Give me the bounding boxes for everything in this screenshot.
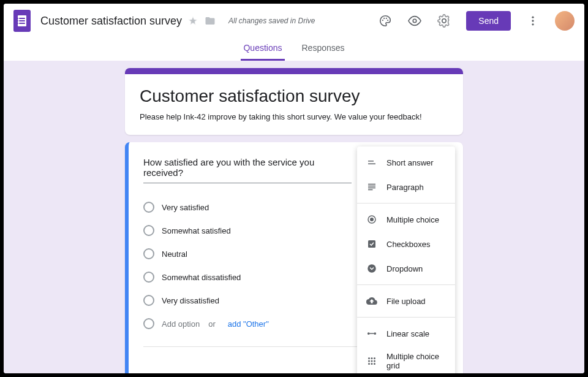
menu-item-mc-grid[interactable]: Multiple choice grid <box>357 346 455 373</box>
option-label[interactable]: Neutral <box>162 249 187 259</box>
svg-point-3 <box>387 20 388 21</box>
add-option-label[interactable]: Add option <box>162 319 200 329</box>
svg-point-11 <box>368 264 376 273</box>
file-upload-icon <box>366 295 378 307</box>
svg-point-7 <box>532 23 533 25</box>
menu-label: Checkboxes <box>386 240 431 249</box>
svg-point-15 <box>371 357 373 359</box>
question-type-menu: Short answer Paragraph Multiple choice C <box>357 147 455 373</box>
menu-item-dropdown[interactable]: Dropdown <box>357 256 455 281</box>
menu-divider <box>357 317 455 318</box>
svg-point-1 <box>383 18 385 19</box>
tabs: Questions Responses <box>4 38 584 61</box>
svg-point-21 <box>371 363 373 365</box>
menu-item-multiple-choice[interactable]: Multiple choice <box>357 207 455 232</box>
save-status: All changes saved in Drive <box>228 17 315 25</box>
svg-point-13 <box>374 332 376 335</box>
forms-logo-icon[interactable] <box>13 10 31 32</box>
send-button[interactable]: Send <box>466 11 511 31</box>
svg-point-12 <box>368 332 370 335</box>
svg-point-19 <box>374 360 375 362</box>
svg-point-20 <box>368 363 370 365</box>
option-label[interactable]: Very dissatisfied <box>162 296 219 305</box>
tab-responses[interactable]: Responses <box>300 38 347 61</box>
add-other-link[interactable]: add "Other" <box>228 319 269 329</box>
form-header-card[interactable]: Customer satisfaction survey Please help… <box>125 68 463 135</box>
question-title[interactable]: How satisfied are you with the service y… <box>143 157 352 183</box>
svg-point-16 <box>374 357 375 359</box>
menu-label: Multiple choice <box>386 215 439 224</box>
option-label[interactable]: Somewhat dissatisfied <box>162 273 241 282</box>
or-text: or <box>208 319 216 329</box>
svg-point-17 <box>368 360 370 362</box>
menu-label: File upload <box>386 297 426 306</box>
form-description[interactable]: Please help Ink-42 improve by taking thi… <box>140 112 448 121</box>
menu-divider <box>357 203 455 204</box>
star-icon[interactable] <box>187 15 199 27</box>
option-label[interactable]: Very satisfied <box>162 203 209 212</box>
menu-label: Short answer <box>386 158 434 167</box>
settings-icon[interactable] <box>432 9 456 33</box>
checkboxes-icon <box>366 238 378 250</box>
more-icon[interactable] <box>521 9 545 33</box>
short-answer-icon <box>366 156 378 169</box>
radio-icon <box>143 202 154 213</box>
form-heading[interactable]: Customer satisfaction survey <box>140 86 448 106</box>
form-canvas: Customer satisfaction survey Please help… <box>4 61 584 373</box>
option-label[interactable]: Somewhat satisfied <box>162 226 231 235</box>
svg-point-2 <box>386 18 387 19</box>
palette-icon[interactable] <box>373 9 398 33</box>
tab-questions[interactable]: Questions <box>241 38 284 61</box>
menu-label: Linear scale <box>386 329 429 338</box>
menu-item-linear-scale[interactable]: Linear scale <box>357 321 455 346</box>
radio-icon <box>143 318 154 329</box>
menu-item-paragraph[interactable]: Paragraph <box>357 175 455 199</box>
avatar[interactable] <box>555 11 575 31</box>
mc-grid-icon <box>366 355 378 367</box>
svg-point-5 <box>532 17 533 18</box>
menu-item-short-answer[interactable]: Short answer <box>357 150 455 175</box>
folder-icon[interactable] <box>204 15 216 27</box>
radio-icon <box>143 295 154 306</box>
dropdown-icon <box>366 262 378 275</box>
menu-item-file-upload[interactable]: File upload <box>357 289 455 313</box>
svg-point-22 <box>374 363 375 365</box>
svg-point-14 <box>368 357 370 359</box>
radio-icon <box>143 225 154 236</box>
preview-icon[interactable] <box>402 9 427 33</box>
form-title[interactable]: Customer satisfaction survey <box>40 15 182 28</box>
multiple-choice-icon <box>366 213 378 226</box>
svg-point-4 <box>413 19 417 23</box>
svg-point-6 <box>532 20 533 21</box>
menu-label: Dropdown <box>386 264 423 273</box>
app-header: Customer satisfaction survey All changes… <box>4 4 584 38</box>
svg-point-0 <box>382 20 383 21</box>
paragraph-icon <box>366 181 378 193</box>
radio-icon <box>143 248 154 259</box>
menu-label: Multiple choice grid <box>386 352 447 370</box>
menu-label: Paragraph <box>386 183 424 192</box>
menu-divider <box>357 284 455 285</box>
radio-icon <box>143 272 154 283</box>
svg-rect-10 <box>368 240 375 248</box>
svg-point-9 <box>370 218 374 221</box>
linear-scale-icon <box>366 327 378 340</box>
svg-point-18 <box>371 360 373 362</box>
menu-item-checkboxes[interactable]: Checkboxes <box>357 232 455 256</box>
